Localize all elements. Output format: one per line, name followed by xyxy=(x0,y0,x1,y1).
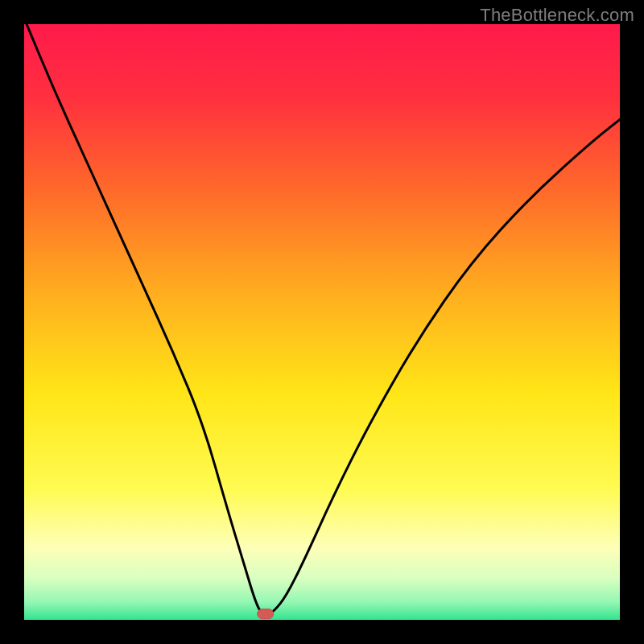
chart-background-gradient xyxy=(24,24,620,620)
chart-plot-area xyxy=(24,24,620,620)
attribution-text: TheBottleneck.com xyxy=(480,5,634,26)
optimum-marker xyxy=(258,609,274,619)
chart-svg xyxy=(24,24,620,620)
chart-frame: TheBottleneck.com xyxy=(0,0,644,644)
